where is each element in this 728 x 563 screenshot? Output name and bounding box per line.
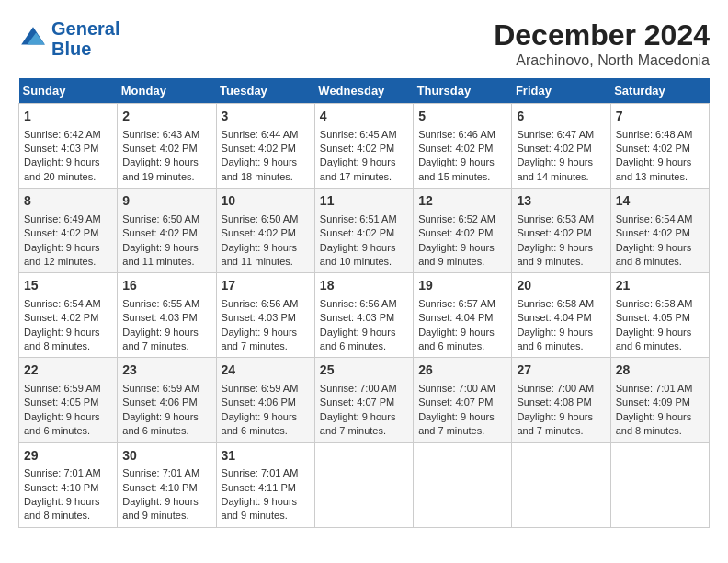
calendar-cell: 26 Sunrise: 7:00 AM Sunset: 4:07 PM Dayl… [414, 358, 512, 442]
sunrise-text: Sunrise: 6:50 AM [122, 213, 199, 224]
sunrise-text: Sunrise: 6:59 AM [24, 383, 101, 394]
sunrise-text: Sunrise: 6:52 AM [418, 213, 495, 224]
calendar-cell: 22 Sunrise: 6:59 AM Sunset: 4:05 PM Dayl… [19, 358, 118, 442]
calendar-cell: 5 Sunrise: 6:46 AM Sunset: 4:02 PM Dayli… [414, 104, 512, 189]
sunset-text: Sunset: 4:02 PM [222, 227, 296, 238]
calendar-cell: 1 Sunrise: 6:42 AM Sunset: 4:03 PM Dayli… [19, 104, 118, 189]
sunset-text: Sunset: 4:03 PM [122, 312, 197, 323]
calendar-cell: 25 Sunrise: 7:00 AM Sunset: 4:07 PM Dayl… [314, 358, 413, 442]
sunrise-text: Sunrise: 7:00 AM [517, 383, 594, 394]
sunrise-text: Sunrise: 6:43 AM [122, 129, 199, 140]
calendar-cell: 9 Sunrise: 6:50 AM Sunset: 4:02 PM Dayli… [118, 189, 216, 273]
title-block: December 2024 Arachinovo, North Macedoni… [494, 18, 710, 69]
day-number: 13 [517, 192, 605, 211]
calendar-cell: 10 Sunrise: 6:50 AM Sunset: 4:02 PM Dayl… [216, 189, 314, 273]
daylight-text: Daylight: 9 hours and 6 minutes. [222, 411, 298, 436]
header-monday: Monday [118, 78, 216, 104]
daylight-text: Daylight: 9 hours and 7 minutes. [222, 327, 298, 351]
daylight-text: Daylight: 9 hours and 11 minutes. [222, 242, 298, 267]
calendar-cell: 12 Sunrise: 6:52 AM Sunset: 4:02 PM Dayl… [414, 189, 512, 273]
sunrise-text: Sunrise: 6:51 AM [320, 213, 397, 224]
sunrise-text: Sunrise: 6:56 AM [320, 298, 397, 309]
daylight-text: Daylight: 9 hours and 17 minutes. [320, 156, 396, 181]
sunrise-text: Sunrise: 6:59 AM [122, 383, 199, 394]
daylight-text: Daylight: 9 hours and 7 minutes. [122, 327, 199, 351]
daylight-text: Daylight: 9 hours and 11 minutes. [122, 242, 199, 267]
sunrise-text: Sunrise: 7:01 AM [616, 383, 693, 394]
header-saturday: Saturday [610, 78, 709, 104]
calendar-cell: 28 Sunrise: 7:01 AM Sunset: 4:09 PM Dayl… [610, 358, 709, 442]
calendar-cell: 18 Sunrise: 6:56 AM Sunset: 4:03 PM Dayl… [314, 273, 413, 358]
sunset-text: Sunset: 4:04 PM [418, 312, 493, 323]
day-number: 4 [320, 108, 408, 126]
calendar-cell: 16 Sunrise: 6:55 AM Sunset: 4:03 PM Dayl… [118, 273, 216, 358]
logo-icon [18, 24, 48, 53]
calendar-cell: 30 Sunrise: 7:01 AM Sunset: 4:10 PM Dayl… [118, 442, 216, 527]
calendar-week-row: 1 Sunrise: 6:42 AM Sunset: 4:03 PM Dayli… [19, 104, 710, 189]
day-number: 5 [418, 108, 506, 126]
calendar-cell: 8 Sunrise: 6:49 AM Sunset: 4:02 PM Dayli… [19, 189, 118, 273]
sunset-text: Sunset: 4:11 PM [222, 482, 296, 493]
day-number: 27 [517, 362, 605, 380]
day-number: 26 [418, 362, 506, 380]
sunset-text: Sunset: 4:02 PM [320, 143, 394, 154]
calendar-cell: 4 Sunrise: 6:45 AM Sunset: 4:02 PM Dayli… [314, 104, 413, 189]
daylight-text: Daylight: 9 hours and 9 minutes. [517, 242, 593, 267]
sunset-text: Sunset: 4:06 PM [222, 396, 296, 408]
calendar-week-row: 29 Sunrise: 7:01 AM Sunset: 4:10 PM Dayl… [19, 442, 710, 527]
calendar-cell: 13 Sunrise: 6:53 AM Sunset: 4:02 PM Dayl… [512, 189, 610, 273]
daylight-text: Daylight: 9 hours and 7 minutes. [517, 411, 593, 436]
sunrise-text: Sunrise: 6:46 AM [418, 129, 495, 140]
calendar-cell: 19 Sunrise: 6:57 AM Sunset: 4:04 PM Dayl… [414, 273, 512, 358]
sunrise-text: Sunrise: 6:50 AM [222, 213, 299, 224]
sunrise-text: Sunrise: 6:47 AM [517, 129, 594, 140]
sunrise-text: Sunrise: 6:54 AM [616, 213, 693, 224]
header-friday: Friday [512, 78, 610, 104]
header-wednesday: Wednesday [314, 78, 413, 104]
daylight-text: Daylight: 9 hours and 10 minutes. [320, 242, 396, 267]
daylight-text: Daylight: 9 hours and 20 minutes. [24, 156, 100, 181]
sunset-text: Sunset: 4:10 PM [122, 482, 197, 493]
sunset-text: Sunset: 4:02 PM [616, 143, 690, 154]
sunset-text: Sunset: 4:02 PM [320, 227, 394, 238]
day-number: 18 [320, 277, 408, 295]
calendar-cell: 15 Sunrise: 6:54 AM Sunset: 4:02 PM Dayl… [19, 273, 118, 358]
day-number: 24 [222, 362, 310, 380]
sunset-text: Sunset: 4:06 PM [122, 396, 197, 408]
calendar-cell: 31 Sunrise: 7:01 AM Sunset: 4:11 PM Dayl… [216, 442, 314, 527]
day-number: 17 [222, 277, 310, 295]
calendar-cell: 17 Sunrise: 6:56 AM Sunset: 4:03 PM Dayl… [216, 273, 314, 358]
daylight-text: Daylight: 9 hours and 18 minutes. [222, 156, 298, 181]
sunset-text: Sunset: 4:02 PM [24, 227, 98, 238]
sunrise-text: Sunrise: 7:01 AM [24, 467, 101, 478]
calendar-cell [314, 442, 413, 527]
calendar-cell: 6 Sunrise: 6:47 AM Sunset: 4:02 PM Dayli… [512, 104, 610, 189]
sunset-text: Sunset: 4:02 PM [616, 227, 690, 238]
sunset-text: Sunset: 4:08 PM [517, 396, 591, 408]
sunrise-text: Sunrise: 6:55 AM [122, 298, 199, 309]
calendar-cell: 24 Sunrise: 6:59 AM Sunset: 4:06 PM Dayl… [216, 358, 314, 442]
sunrise-text: Sunrise: 6:57 AM [418, 298, 495, 309]
logo-general: General [51, 18, 119, 39]
daylight-text: Daylight: 9 hours and 6 minutes. [418, 327, 495, 351]
sunset-text: Sunset: 4:02 PM [122, 227, 197, 238]
day-number: 14 [616, 192, 704, 211]
daylight-text: Daylight: 9 hours and 8 minutes. [24, 327, 100, 351]
day-number: 20 [517, 277, 605, 295]
month-title: December 2024 [494, 18, 710, 52]
sunset-text: Sunset: 4:02 PM [517, 143, 591, 154]
calendar-week-row: 22 Sunrise: 6:59 AM Sunset: 4:05 PM Dayl… [19, 358, 710, 442]
sunrise-text: Sunrise: 6:45 AM [320, 129, 397, 140]
day-number: 19 [418, 277, 506, 295]
sunrise-text: Sunrise: 7:00 AM [418, 383, 495, 394]
calendar-cell: 7 Sunrise: 6:48 AM Sunset: 4:02 PM Dayli… [610, 104, 709, 189]
sunset-text: Sunset: 4:03 PM [222, 312, 296, 323]
sunrise-text: Sunrise: 6:53 AM [517, 213, 594, 224]
weekday-header-row: Sunday Monday Tuesday Wednesday Thursday… [19, 78, 710, 104]
sunset-text: Sunset: 4:10 PM [24, 482, 98, 493]
day-number: 29 [24, 447, 112, 465]
header-thursday: Thursday [414, 78, 512, 104]
sunset-text: Sunset: 4:03 PM [24, 143, 98, 154]
daylight-text: Daylight: 9 hours and 12 minutes. [24, 242, 100, 267]
day-number: 1 [24, 108, 112, 126]
